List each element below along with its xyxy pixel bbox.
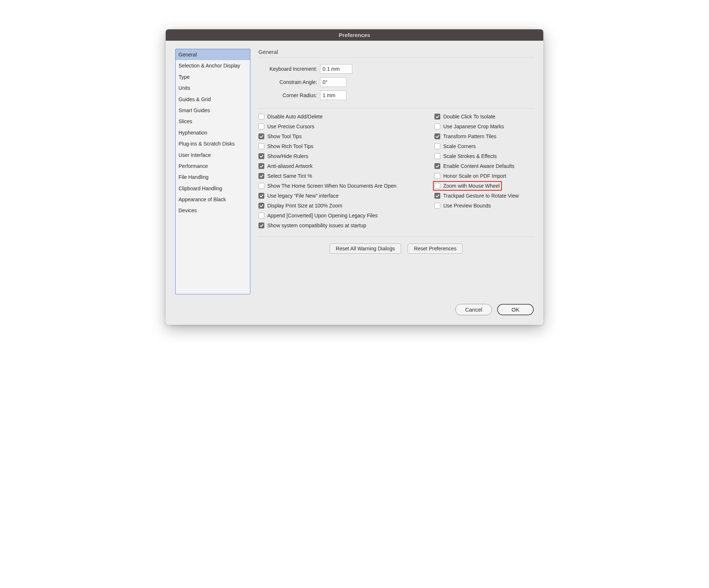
checkbox-box[interactable] — [434, 163, 440, 169]
checkbox-append-converted-upon-opening-legacy-files[interactable]: Append [Converted] Upon Opening Legacy F… — [258, 213, 429, 218]
checkbox-label: Use Precise Cursors — [267, 124, 314, 129]
sidebar-item-selection-anchor-display[interactable]: Selection & Anchor Display — [176, 60, 250, 71]
checkbox-scale-corners[interactable]: Scale Corners — [434, 143, 534, 149]
sidebar-item-file-handling[interactable]: File Handling — [176, 172, 250, 183]
checkbox-transform-pattern-tiles[interactable]: Transform Pattern Tiles — [434, 133, 534, 139]
sidebar-item-devices[interactable]: Devices — [176, 205, 250, 216]
checkbox-box[interactable] — [434, 173, 440, 179]
checkbox-anti-aliased-artwork[interactable]: Anti-aliased Artwork — [258, 163, 429, 169]
corner-radius-label: Corner Radius: — [258, 92, 317, 98]
checkbox-box[interactable] — [258, 143, 264, 149]
checkbox-scale-strokes-effects[interactable]: Scale Strokes & Effects — [434, 153, 534, 159]
checkbox-label: Anti-aliased Artwork — [267, 163, 313, 169]
checkbox-label: Honor Scale on PDF Import — [443, 173, 506, 179]
checkbox-label: Disable Auto Add/Delete — [267, 114, 323, 120]
checkbox-label: Show Tool Tips — [267, 133, 302, 139]
corner-radius-row: Corner Radius: — [258, 91, 534, 100]
checkbox-label: Trackpad Gesture to Rotate View — [443, 193, 519, 199]
checkbox-box[interactable] — [434, 114, 440, 120]
checkbox-use-preview-bounds[interactable]: Use Preview Bounds — [434, 203, 534, 209]
sidebar-item-slices[interactable]: Slices — [176, 116, 250, 127]
ok-button[interactable]: OK — [497, 304, 534, 315]
checkbox-grid: Disable Auto Add/DeleteUse Precise Curso… — [258, 114, 534, 228]
constrain-angle-label: Constrain Angle: — [258, 79, 317, 85]
keyboard-increment-input[interactable] — [320, 64, 352, 74]
keyboard-increment-row: Keyboard Increment: — [258, 64, 534, 74]
sidebar-item-appearance-of-black[interactable]: Appearance of Black — [176, 194, 250, 205]
checkbox-label: Select Same Tint % — [267, 173, 312, 179]
checkbox-box[interactable] — [434, 133, 440, 139]
corner-radius-input[interactable] — [320, 91, 346, 100]
checkbox-box[interactable] — [258, 133, 264, 139]
divider — [258, 108, 534, 109]
highlight-annotation: Zoom with Mouse Wheel — [433, 181, 502, 191]
checkbox-disable-auto-add-delete[interactable]: Disable Auto Add/Delete — [258, 114, 429, 120]
section-title: General — [258, 49, 534, 58]
sidebar-item-clipboard-handling[interactable]: Clipboard Handling — [176, 183, 250, 194]
preferences-window: Preferences GeneralSelection & Anchor Di… — [166, 29, 543, 325]
sidebar-item-units[interactable]: Units — [176, 82, 250, 93]
checkbox-honor-scale-on-pdf-import[interactable]: Honor Scale on PDF Import — [434, 173, 534, 179]
checkbox-enable-content-aware-defaults[interactable]: Enable Content Aware Defaults — [434, 163, 534, 169]
checkbox-box[interactable] — [258, 183, 264, 189]
reset-warning-dialogs-button[interactable]: Reset All Warning Dialogs — [330, 243, 401, 254]
preference-category-sidebar: GeneralSelection & Anchor DisplayTypeUni… — [175, 49, 250, 294]
checkbox-box[interactable] — [434, 143, 440, 149]
checkbox-label: Use Preview Bounds — [443, 203, 491, 209]
sidebar-item-smart-guides[interactable]: Smart Guides — [176, 105, 250, 116]
checkbox-use-precise-cursors[interactable]: Use Precise Cursors — [258, 124, 429, 129]
reset-preferences-button[interactable]: Reset Preferences — [408, 243, 463, 254]
checkbox-use-japanese-crop-marks[interactable]: Use Japanese Crop Marks — [434, 124, 534, 129]
checkbox-label: Show system compatibility issues at star… — [267, 223, 366, 228]
checkbox-label: Transform Pattern Tiles — [443, 133, 496, 139]
sidebar-item-general[interactable]: General — [176, 49, 250, 60]
keyboard-increment-label: Keyboard Increment: — [258, 66, 317, 72]
checkbox-label: Show The Home Screen When No Documents A… — [267, 183, 396, 189]
checkbox-zoom-with-mouse-wheel[interactable]: Zoom with Mouse Wheel — [434, 183, 500, 189]
checkbox-label: Zoom with Mouse Wheel — [443, 183, 500, 189]
checkbox-show-system-compatibility-issues-at-startup[interactable]: Show system compatibility issues at star… — [258, 223, 429, 228]
checkbox-box[interactable] — [258, 173, 264, 179]
cancel-button[interactable]: Cancel — [455, 304, 492, 315]
checkbox-label: Show Rich Tool Tips — [267, 143, 313, 149]
sidebar-item-type[interactable]: Type — [176, 71, 250, 82]
checkbox-column-right: Double Click To IsolateUse Japanese Crop… — [434, 114, 534, 228]
checkbox-label: Double Click To Isolate — [443, 114, 495, 120]
checkbox-box[interactable] — [258, 203, 264, 209]
checkbox-box[interactable] — [434, 183, 440, 189]
numeric-fields-group: Keyboard Increment: Constrain Angle: Cor… — [258, 64, 534, 100]
checkbox-show-hide-rulers[interactable]: Show/Hide Rulers — [258, 153, 429, 159]
window-content: GeneralSelection & Anchor DisplayTypeUni… — [166, 41, 543, 304]
constrain-angle-row: Constrain Angle: — [258, 77, 534, 87]
checkbox-show-tool-tips[interactable]: Show Tool Tips — [258, 133, 429, 139]
checkbox-box[interactable] — [258, 153, 264, 159]
checkbox-box[interactable] — [434, 193, 440, 199]
sidebar-item-user-interface[interactable]: User Interface — [176, 150, 250, 161]
checkbox-box[interactable] — [258, 163, 264, 169]
sidebar-item-plug-ins-scratch-disks[interactable]: Plug-ins & Scratch Disks — [176, 138, 250, 149]
checkbox-box[interactable] — [258, 124, 264, 129]
sidebar-item-hyphenation[interactable]: Hyphenation — [176, 127, 250, 138]
checkbox-box[interactable] — [258, 114, 264, 120]
checkbox-show-the-home-screen-when-no-documents-are-open[interactable]: Show The Home Screen When No Documents A… — [258, 183, 429, 189]
sidebar-item-guides-grid[interactable]: Guides & Grid — [176, 94, 250, 105]
checkbox-display-print-size-at-100-zoom[interactable]: Display Print Size at 100% Zoom — [258, 203, 429, 209]
checkbox-box[interactable] — [258, 213, 264, 218]
checkbox-box[interactable] — [434, 124, 440, 129]
checkbox-trackpad-gesture-to-rotate-view[interactable]: Trackpad Gesture to Rotate View — [434, 193, 534, 199]
checkbox-show-rich-tool-tips[interactable]: Show Rich Tool Tips — [258, 143, 429, 149]
constrain-angle-input[interactable] — [320, 77, 346, 87]
checkbox-label: Scale Corners — [443, 143, 476, 149]
checkbox-select-same-tint[interactable]: Select Same Tint % — [258, 173, 429, 179]
checkbox-box[interactable] — [434, 153, 440, 159]
checkbox-label: Use Japanese Crop Marks — [443, 124, 504, 129]
checkbox-use-legacy-file-new-interface[interactable]: Use legacy “File New” interface — [258, 193, 429, 199]
checkbox-box[interactable] — [434, 203, 440, 209]
sidebar-item-performance[interactable]: Performance — [176, 161, 250, 172]
checkbox-label: Scale Strokes & Effects — [443, 153, 497, 159]
checkbox-column-left: Disable Auto Add/DeleteUse Precise Curso… — [258, 114, 429, 228]
checkbox-double-click-to-isolate[interactable]: Double Click To Isolate — [434, 114, 534, 120]
checkbox-box[interactable] — [258, 193, 264, 199]
checkbox-box[interactable] — [258, 223, 264, 228]
checkbox-label: Enable Content Aware Defaults — [443, 163, 514, 169]
